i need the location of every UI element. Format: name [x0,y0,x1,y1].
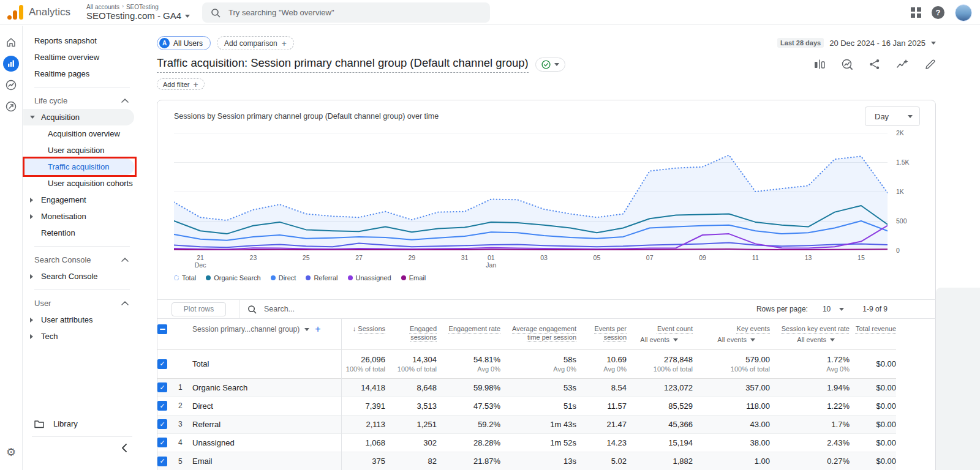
metric-cell: 45,366 [627,415,693,433]
sidebar-section-user[interactable]: User [23,295,137,311]
sidebar-item-library[interactable]: Library [23,416,137,432]
search-input[interactable] [227,7,460,18]
breadcrumb-root[interactable]: All accounts [86,4,119,10]
sidebar-item-monetisation[interactable]: Monetisation [23,208,137,225]
total-value: 579.00 [693,355,770,364]
analytics-logo-icon[interactable] [7,5,23,20]
date-range-picker[interactable]: Last 28 days 20 Dec 2024 - 16 Jan 2025 [777,38,936,48]
sidebar-item-acquisition[interactable]: Acquisition [23,109,134,125]
share-icon[interactable] [869,59,880,70]
sidebar-item-realtime-overview[interactable]: Realtime overview [23,49,137,65]
legend-item-total[interactable]: Total [174,274,196,282]
row-checkbox[interactable]: ✓ [157,359,167,369]
sidebar-item-traffic-acquisition[interactable]: Traffic acquisition [23,159,134,175]
global-search[interactable] [202,2,490,23]
account-switcher[interactable]: All accounts › SEOTesting SEOTesting.com… [86,4,190,21]
avatar[interactable] [955,4,972,21]
dimension-select[interactable]: Session primary...channel group) [192,325,300,334]
legend-item-direct[interactable]: Direct [271,274,296,282]
column-header-sessions[interactable]: ↓Sessions [341,319,385,349]
add-comparison-button[interactable]: Add comparison + [217,36,294,50]
nav-divider [34,87,130,88]
column-header-events-per-session[interactable]: Events per session [576,319,627,349]
right-gutter [936,288,980,470]
table-search[interactable] [247,304,398,314]
column-header-total-revenue[interactable]: Total revenue [850,319,896,349]
chevron-down-icon[interactable] [839,308,844,311]
metric-cell: $0.00 [850,452,896,470]
metric-cell: 38.00 [693,433,770,452]
total-value: 58s [500,355,576,364]
table-search-input[interactable] [263,304,398,314]
legend-item-organic-search[interactable]: Organic Search [206,274,260,282]
add-filter-button[interactable]: Add filter + [157,78,205,90]
data-quality-badge[interactable] [535,58,565,72]
sessions-line-chart[interactable] [174,133,888,250]
total-cell: $0.00 [850,349,896,378]
sidebar-item-acquisition-overview[interactable]: Acquisition overview [23,125,137,142]
row-checkbox[interactable]: ✓ [157,457,167,466]
edit-icon[interactable] [925,59,936,70]
row-index: 5 [178,457,186,466]
sidebar-item-retention[interactable]: Retention [23,225,137,241]
admin-gear-icon[interactable]: ⚙ [0,446,22,459]
chevron-collapsed-icon [30,198,33,203]
sidebar-section-life-cycle[interactable]: Life cycle [23,92,137,109]
legend-swatch-icon [306,275,311,280]
breadcrumb-child[interactable]: SEOTesting [126,4,159,10]
collapse-nav-icon[interactable] [121,444,127,452]
column-header-event-count[interactable]: Event countAll events [627,319,693,349]
column-filter-select[interactable]: All events [627,335,693,344]
page-title[interactable]: Traffic acquisition: Session primary cha… [157,56,529,73]
sidebar-item-realtime-pages[interactable]: Realtime pages [23,65,137,82]
sidebar-item-engagement[interactable]: Engagement [23,192,137,208]
total-value: 14,304 [385,355,437,364]
sidebar-item-user-acquisition-cohorts[interactable]: User acquisition cohorts [23,175,137,192]
column-header-engaged-sessions[interactable]: Engaged sessions [385,319,437,349]
sidebar-item-user-attributes[interactable]: User attributes [23,311,137,328]
rows-per-page-value[interactable]: 10 [823,305,831,313]
checkbox-mark-icon: ✓ [159,360,165,367]
sidebar-item-user-acquisition[interactable]: User acquisition [23,142,137,159]
chart-compare-icon[interactable] [814,59,825,70]
row-checkbox[interactable]: ✓ [157,382,167,392]
chevron-down-icon[interactable] [304,328,309,331]
metric-cell: 2,113 [341,415,385,433]
indeterminate-checkbox[interactable] [157,324,167,334]
sidebar-item-reports-snapshot[interactable]: Reports snapshot [23,32,137,49]
metric-cell: 15,194 [627,433,693,452]
home-icon[interactable] [0,31,22,53]
sidebar-section-search-console[interactable]: Search Console [23,252,137,268]
help-icon[interactable]: ? [932,6,944,19]
row-checkbox[interactable]: ✓ [157,419,167,429]
row-checkbox[interactable]: ✓ [157,438,167,447]
apps-grid-icon[interactable] [911,7,921,18]
advertising-icon[interactable] [0,95,22,117]
column-filter-select[interactable]: All events [770,335,850,344]
insights-icon[interactable] [842,59,853,70]
chevron-down-icon [830,338,835,341]
reports-icon[interactable] [0,53,22,74]
explore-sparkline-icon[interactable] [897,59,908,70]
column-header-engagement-rate[interactable]: Engagement rate [437,319,500,349]
column-header-session-key-event-rate[interactable]: Session key event rateAll events [770,319,850,349]
add-dimension-icon[interactable]: + [315,325,320,334]
sidebar-item-search-console[interactable]: Search Console [23,268,137,285]
metric-cell: 1,068 [341,433,385,452]
plot-rows-button[interactable]: Plot rows [172,302,226,316]
legend-item-email[interactable]: Email [401,274,426,282]
legend-item-unassigned[interactable]: Unassigned [348,274,391,282]
explore-icon[interactable] [0,74,22,95]
sidebar-item-label: Library [53,419,78,428]
metric-cell: 43.00 [693,415,770,433]
column-header-average-engagement-time-per-session[interactable]: Average engagement time per session [500,319,576,349]
column-header-key-events[interactable]: Key eventsAll events [693,319,770,349]
column-filter-select[interactable]: All events [693,335,770,344]
all-users-chip[interactable]: A All Users [157,36,211,50]
total-subvalue: 100% of total [385,365,437,373]
row-checkbox[interactable]: ✓ [157,401,167,411]
legend-item-referral[interactable]: Referral [306,274,337,282]
property-selector[interactable]: SEOTesting.com - GA4 [86,11,190,21]
sidebar-item-tech[interactable]: Tech [23,328,137,345]
interval-select[interactable]: Day [865,106,920,126]
